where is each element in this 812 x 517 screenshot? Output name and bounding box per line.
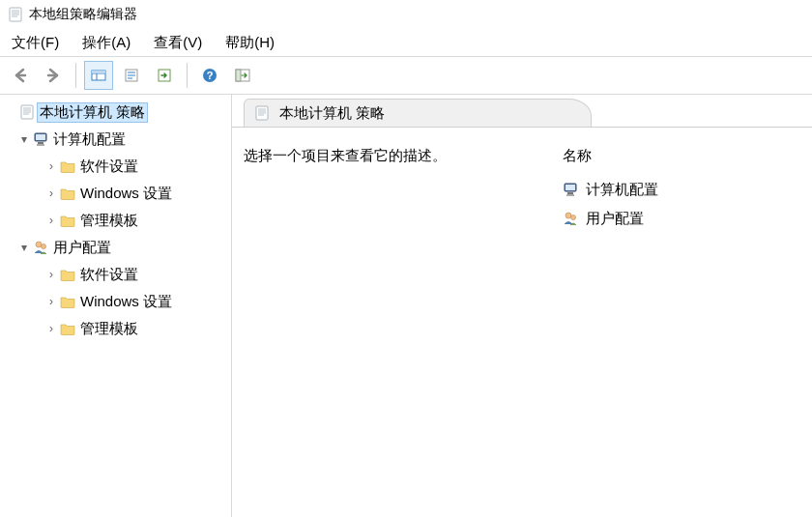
chevron-right-icon[interactable]: ›: [44, 159, 58, 173]
app-icon: [8, 7, 23, 22]
folder-icon: [58, 212, 77, 229]
folder-icon: [58, 185, 77, 202]
menu-bar: 文件(F) 操作(A) 查看(V) 帮助(H): [0, 29, 812, 56]
window-title: 本地组策略编辑器: [29, 6, 137, 23]
list-item-user-config[interactable]: 用户配置: [563, 204, 783, 233]
list-item-computer-config[interactable]: 计算机配置: [563, 175, 783, 204]
chevron-right-icon[interactable]: ›: [44, 295, 58, 308]
description-column: 选择一个项目来查看它的描述。: [244, 147, 563, 517]
details-pane: 本地计算机 策略 选择一个项目来查看它的描述。 名称 计算机配置 用户配置: [232, 95, 812, 517]
tree-root-label: 本地计算机 策略: [37, 102, 148, 123]
list-item-label: 计算机配置: [586, 181, 658, 199]
tree-label: 软件设置: [77, 265, 141, 285]
show-hide-button[interactable]: [228, 61, 257, 90]
tree-admin-templates[interactable]: › 管理模板: [0, 207, 231, 234]
policy-icon: [254, 105, 270, 121]
chevron-down-icon[interactable]: ▾: [17, 241, 31, 254]
chevron-right-icon[interactable]: ›: [44, 214, 58, 227]
tree-software-settings[interactable]: › 软件设置: [0, 153, 231, 180]
folder-icon: [58, 320, 77, 337]
menu-file[interactable]: 文件(F): [12, 34, 59, 52]
chevron-right-icon[interactable]: ›: [44, 268, 58, 281]
tree-label: 软件设置: [77, 157, 141, 177]
back-button[interactable]: [6, 61, 35, 90]
menu-action[interactable]: 操作(A): [82, 34, 130, 52]
chevron-down-icon[interactable]: ▾: [17, 132, 31, 146]
tree-label: 计算机配置: [50, 129, 129, 150]
tree-label: Windows 设置: [77, 292, 175, 312]
tree-user-software-settings[interactable]: › 软件设置: [0, 261, 231, 288]
user-icon: [31, 239, 50, 256]
description-prompt: 选择一个项目来查看它的描述。: [244, 147, 447, 163]
tree-label: 管理模板: [77, 211, 141, 231]
toolbar: [0, 56, 812, 95]
export-button[interactable]: [150, 61, 179, 90]
menu-view[interactable]: 查看(V): [154, 34, 202, 52]
details-header: 本地计算机 策略: [244, 99, 800, 128]
folder-icon: [58, 158, 77, 175]
tree-windows-settings[interactable]: › Windows 设置: [0, 180, 231, 207]
column-header-name[interactable]: 名称: [563, 147, 783, 165]
chevron-right-icon[interactable]: ›: [44, 322, 58, 335]
tree-computer-config[interactable]: ▾ 计算机配置: [0, 126, 231, 153]
toolbar-separator: [75, 63, 76, 88]
folder-icon: [58, 293, 77, 310]
details-view-button[interactable]: [84, 61, 113, 90]
help-button[interactable]: [195, 61, 224, 90]
tree-label: 管理模板: [77, 319, 141, 339]
toolbar-separator: [187, 63, 188, 88]
main-area: 本地计算机 策略 ▾ 计算机配置 › 软件设置 › Windows 设置 › 管…: [0, 95, 812, 517]
user-icon: [563, 211, 578, 226]
chevron-right-icon[interactable]: ›: [44, 187, 58, 200]
computer-icon: [563, 182, 578, 197]
forward-button[interactable]: [39, 61, 68, 90]
tree-user-windows-settings[interactable]: › Windows 设置: [0, 288, 231, 315]
computer-icon: [31, 130, 50, 148]
details-body: 选择一个项目来查看它的描述。 名称 计算机配置 用户配置: [232, 127, 812, 517]
tree-root[interactable]: 本地计算机 策略: [0, 99, 231, 126]
tree-user-config[interactable]: ▾ 用户配置: [0, 234, 231, 261]
tree-user-admin-templates[interactable]: › 管理模板: [0, 315, 231, 342]
properties-button[interactable]: [117, 61, 146, 90]
folder-icon: [58, 266, 77, 283]
list-item-label: 用户配置: [586, 210, 644, 228]
title-bar: 本地组策略编辑器: [0, 0, 812, 29]
menu-help[interactable]: 帮助(H): [225, 34, 275, 52]
tree-label: 用户配置: [50, 238, 114, 258]
details-tab[interactable]: 本地计算机 策略: [244, 99, 592, 128]
policy-icon: [17, 103, 37, 121]
details-header-title: 本地计算机 策略: [279, 104, 385, 123]
list-column: 名称 计算机配置 用户配置: [563, 147, 783, 517]
tree-label: Windows 设置: [77, 184, 175, 204]
tree-pane[interactable]: 本地计算机 策略 ▾ 计算机配置 › 软件设置 › Windows 设置 › 管…: [0, 95, 232, 517]
